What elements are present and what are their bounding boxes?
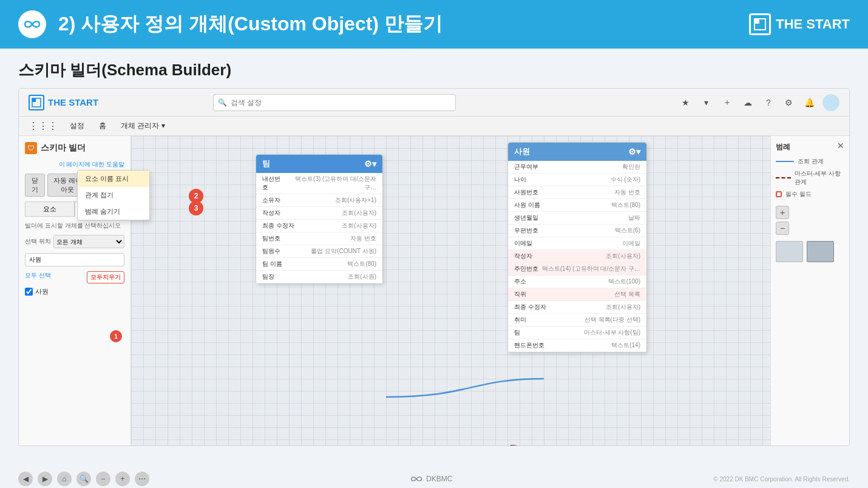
zoom-in-btn[interactable]: +: [776, 206, 789, 219]
legend-close-icon[interactable]: ✕: [837, 141, 844, 151]
svg-rect-1: [754, 19, 759, 24]
team-field-1: 소유자 조회(사용자+1): [256, 194, 382, 207]
section-title: 스키마 빌더(Schema Builder): [0, 49, 868, 88]
emp-field-12: 취미 선택 목록(다중 선택): [508, 314, 646, 327]
header-logo: THE START: [749, 13, 850, 35]
object-search-input[interactable]: [25, 253, 124, 266]
dropdown-item-collapse[interactable]: 관계 접기: [78, 187, 149, 203]
badge-3: 3: [189, 201, 203, 215]
sf-logo-text: THE START: [48, 97, 98, 107]
zoom-btn[interactable]: 🔍: [76, 472, 91, 486]
emp-field-7: 작성자 조회(사용자): [508, 250, 646, 263]
sf-legend: 범례 ✕ 조회 관계 마스터-세부 사항 관계 필수 필드 + −: [770, 136, 849, 446]
emp-field-9: 주소 텍스트(100): [508, 276, 646, 288]
header-icon: [18, 10, 46, 38]
subnav-object-manager[interactable]: 개체 관리자 ▾: [118, 117, 168, 136]
subnav-settings[interactable]: 설정: [67, 117, 87, 136]
sf-search[interactable]: 🔍: [213, 94, 456, 111]
select-label: 선택 위치: [25, 237, 51, 246]
dropdown-menu: 요소 이름 표시 관계 접기 범례 숨기기: [77, 170, 150, 220]
schema-builder-title-row: 🛡 스키마 빌더: [25, 142, 124, 154]
emp-field-14: 핸드폰번호 텍스트(14): [508, 339, 646, 352]
schema-builder-label: 스키마 빌더: [41, 143, 86, 154]
connector-svg: [131, 136, 770, 446]
emp-field-5: 우편번호 텍스트(6): [508, 225, 646, 237]
employee-checkbox-label: 사원: [35, 287, 49, 296]
dropdown-item-hide-legend[interactable]: 범례 숨기기: [78, 203, 149, 220]
team-card: 팀 ⚙▾ 내선번호 텍스트(3) (고유하며 대/소문자 구… 소유자 조회(사…: [256, 154, 383, 284]
next-btn[interactable]: ▶: [38, 472, 52, 486]
logo-svg: [753, 18, 767, 31]
sf-topnav: THE START 🔍 ★ ▾ ＋ ☁ ? ⚙ 🔔: [19, 89, 849, 117]
emp-field-11: 최종 수정자 조회(사용자): [508, 301, 646, 314]
header: 2) 사용자 정의 개체(Custom Object) 만들기 THE STAR…: [0, 0, 868, 49]
employee-gear-icon[interactable]: ⚙▾: [628, 147, 640, 157]
cloud-icon[interactable]: ☁: [740, 95, 756, 110]
select-dropdown[interactable]: 모든 개체: [53, 235, 124, 248]
schema-icon-symbol: 🛡: [27, 144, 35, 152]
sf-body: 🛡 스키마 빌더 이 페이지에 대한 도움말 닫기 자동 레이아웃 옵션 보기 …: [19, 136, 849, 446]
avatar[interactable]: [822, 94, 839, 111]
employee-checkbox[interactable]: [25, 288, 33, 296]
team-field-3: 최종 수정자 조회(사용자): [256, 220, 382, 232]
emp-field-6: 이메일 이메일: [508, 237, 646, 250]
preview-box-1: [776, 241, 803, 262]
logo-text: THE START: [776, 16, 850, 32]
emp-field-8: 주민번호 텍스트(14) (고유하며 대/소문자 구…: [508, 263, 646, 276]
emp-field-10: 직위 선택 목록: [508, 288, 646, 301]
schema-icon: 🛡: [25, 142, 37, 154]
dropdown-icon[interactable]: ▾: [699, 95, 714, 110]
footer-nav: ◀ ▶ ⌂ 🔍 − + ⋯: [18, 472, 149, 486]
legend-title: 범례: [776, 142, 844, 152]
gear-icon[interactable]: ⚙: [781, 95, 797, 110]
star-icon[interactable]: ★: [678, 95, 694, 110]
select-all-link[interactable]: 모두 선택: [25, 271, 51, 283]
minus-btn[interactable]: −: [96, 472, 110, 486]
employee-card: 사원 ⚙▾ 근무여부 확인란 나이 수식 (숫자) 사원번호 자동 번호: [507, 142, 647, 353]
legend-line-blue: [776, 161, 794, 162]
emp-field-1: 나이 수식 (숫자): [508, 174, 646, 186]
dropdown-item-show-names[interactable]: 요소 이름 표시: [78, 171, 149, 187]
zoom-out-btn[interactable]: −: [776, 222, 789, 235]
search-input[interactable]: [213, 94, 456, 111]
home-btn[interactable]: ⌂: [57, 472, 72, 486]
grid-icon[interactable]: ⋮⋮⋮: [29, 120, 58, 132]
team-field-0: 내선번호 텍스트(3) (고유하며 대/소문자 구…: [256, 173, 382, 194]
badge-1: 1: [110, 330, 122, 342]
deselect-link[interactable]: 모두지우기: [87, 271, 124, 283]
legend-line-dashed: [776, 177, 791, 178]
team-gear-icon[interactable]: ⚙▾: [364, 159, 376, 169]
subnav-home[interactable]: 홈: [97, 117, 109, 136]
team-card-header: 팀 ⚙▾: [256, 155, 382, 173]
page-title: 2) 사용자 정의 개체(Custom Object) 만들기: [58, 11, 737, 38]
preview-boxes: [776, 241, 844, 262]
prev-btn[interactable]: ◀: [18, 472, 33, 486]
svg-rect-3: [32, 98, 36, 102]
tab-element[interactable]: 요소: [25, 202, 75, 217]
sf-canvas: 팀 ⚙▾ 내선번호 텍스트(3) (고유하며 대/소문자 구… 소유자 조회(사…: [131, 136, 770, 446]
emp-field-3: 사원 이름 텍스트(80): [508, 199, 646, 212]
legend-required-dot: [776, 191, 782, 197]
preview-box-2: [807, 241, 834, 262]
bell-icon[interactable]: 🔔: [802, 95, 818, 110]
plus-btn[interactable]: +: [115, 472, 130, 486]
ellipsis-btn[interactable]: ⋯: [135, 472, 149, 486]
infinity-icon: [24, 16, 41, 33]
close-button[interactable]: 닫기: [25, 174, 45, 197]
team-field-6: 팀 이름 텍스트(80): [256, 258, 382, 271]
legend-lookup: 조회 관계: [776, 157, 844, 166]
footer: ◀ ▶ ⌂ 🔍 − + ⋯ DKBMC © 2022 DK BMC Corpor…: [0, 468, 868, 488]
emp-field-0: 근무여부 확인란: [508, 161, 646, 174]
select-row: 선택 위치 모든 개체: [25, 235, 124, 248]
checkbox-row: 사원: [25, 287, 124, 296]
question-icon[interactable]: ?: [761, 95, 776, 110]
plus-icon[interactable]: ＋: [719, 95, 735, 110]
sidebar-help-text: 빌더에 표시할 개체를 선택하십시오: [25, 222, 124, 230]
sf-logo: THE START: [29, 95, 98, 110]
emp-field-13: 팀 마스터-세부 사항(팀): [508, 327, 646, 339]
main-content: THE START 🔍 ★ ▾ ＋ ☁ ? ⚙ 🔔 ⋮⋮⋮ 설정 홈 개체 관리…: [0, 88, 868, 468]
sf-icons: ★ ▾ ＋ ☁ ? ⚙ 🔔: [678, 94, 839, 111]
team-field-7: 팀장 조회(사원): [256, 271, 382, 283]
emp-field-4: 생년월일 날짜: [508, 212, 646, 225]
help-link[interactable]: 이 페이지에 대한 도움말: [25, 160, 124, 169]
